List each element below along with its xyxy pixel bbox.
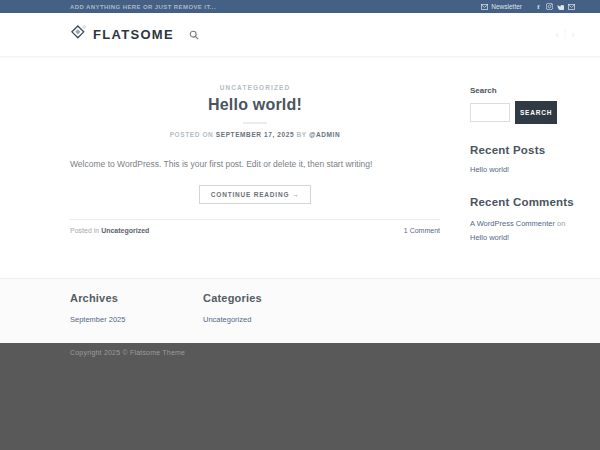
copyright-text: Copyright 2025 © Flatsome Theme	[70, 349, 600, 356]
post-meta: POSTED ON SEPTEMBER 17, 2025 BY @ADMIN	[70, 131, 440, 138]
continue-wrap: CONTINUE READING →	[70, 183, 440, 204]
instagram-icon[interactable]	[546, 3, 553, 10]
search-icon[interactable]	[189, 26, 199, 44]
absolute-footer: Copyright 2025 © Flatsome Theme	[0, 343, 600, 450]
recent-post-link[interactable]: Hello world!	[470, 165, 509, 174]
topbar: ADD ANYTHING HERE OR JUST REMOVE IT... N…	[0, 0, 600, 13]
site-logo[interactable]: FLATSOME	[70, 24, 174, 45]
recent-comment-item: A WordPress Commenter on Hello world!	[470, 217, 575, 245]
posted-in-category-link[interactable]: Uncategorized	[101, 227, 149, 234]
meta-author-link[interactable]: @ADMIN	[309, 131, 340, 138]
title-divider	[243, 122, 267, 124]
email-icon	[481, 3, 488, 10]
archive-link[interactable]: September 2025	[70, 315, 125, 324]
category-link[interactable]: Uncategorized	[203, 315, 251, 324]
site-header: FLATSOME ‹ | ›	[0, 13, 600, 57]
post-header: UNCATEGORIZED Hello world! POSTED ON SEP…	[70, 84, 440, 138]
facebook-icon[interactable]: f	[535, 3, 542, 10]
blog-post: UNCATEGORIZED Hello world! POSTED ON SEP…	[70, 84, 440, 278]
main-content: UNCATEGORIZED Hello world! POSTED ON SEP…	[0, 57, 600, 278]
search-button[interactable]: SEARCH	[515, 101, 557, 124]
archives-widget: Archives September 2025	[70, 292, 203, 343]
comment-on-word: on	[557, 219, 565, 228]
search-row: SEARCH	[470, 101, 575, 124]
categories-title: Categories	[203, 292, 336, 304]
mail-icon[interactable]	[568, 3, 575, 10]
recent-posts-title: Recent Posts	[470, 144, 575, 156]
newsletter-label: Newsletter	[491, 3, 522, 10]
post-excerpt: Welcome to WordPress. This is your first…	[70, 159, 440, 171]
search-widget-label: Search	[470, 86, 575, 95]
categories-widget: Categories Uncategorized	[203, 292, 336, 343]
posted-in-prefix: Posted in	[70, 227, 99, 234]
meta-posted-on: POSTED ON	[170, 131, 214, 138]
flatsome-diamond-icon	[70, 24, 87, 45]
twitter-icon[interactable]	[557, 3, 564, 10]
continue-reading-button[interactable]: CONTINUE READING →	[199, 185, 311, 204]
divider: |	[564, 30, 566, 39]
archives-title: Archives	[70, 292, 203, 304]
post-footer: Posted in Uncategorized 1 Comment	[70, 219, 440, 234]
search-input[interactable]	[470, 103, 510, 122]
chevron-left-icon[interactable]: ‹	[555, 29, 559, 40]
comment-post-link[interactable]: Hello world!	[470, 233, 509, 242]
posted-in: Posted in Uncategorized	[70, 227, 149, 234]
topbar-message: ADD ANYTHING HERE OR JUST REMOVE IT...	[70, 4, 216, 10]
post-title[interactable]: Hello world!	[70, 96, 440, 114]
logo-text: FLATSOME	[93, 27, 174, 42]
meta-date-link[interactable]: SEPTEMBER 17, 2025	[216, 131, 294, 138]
topbar-right: Newsletter f	[477, 3, 575, 10]
footer-widgets: Archives September 2025 Categories Uncat…	[0, 278, 600, 343]
header-controls: ‹ | ›	[555, 29, 575, 40]
meta-by: BY	[297, 131, 307, 138]
chevron-right-icon[interactable]: ›	[571, 29, 575, 40]
post-category-link[interactable]: UNCATEGORIZED	[70, 84, 440, 91]
newsletter-link[interactable]: Newsletter	[477, 3, 522, 10]
sidebar: Search SEARCH Recent Posts Hello world! …	[470, 84, 575, 278]
comments-link[interactable]: 1 Comment	[404, 227, 440, 234]
comment-author-link[interactable]: A WordPress Commenter	[470, 219, 555, 228]
recent-comments-title: Recent Comments	[470, 196, 575, 208]
